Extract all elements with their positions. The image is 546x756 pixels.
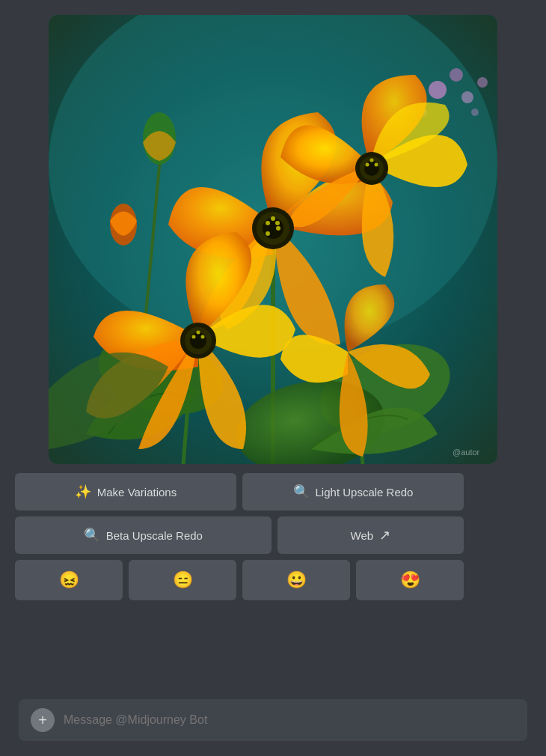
action-buttons-area: ✨ Make Variations 🔍 Light Upscale Redo 🔍… [15, 473, 464, 600]
flower-painting-svg: @autor [49, 15, 497, 464]
message-input-area: + [19, 699, 527, 741]
magnify-icon-light: 🔍 [293, 484, 310, 500]
attach-button[interactable]: + [31, 708, 55, 732]
beta-upscale-redo-label: Beta Upscale Redo [106, 529, 203, 542]
svg-point-7 [471, 109, 479, 116]
svg-text:@autor: @autor [453, 448, 480, 457]
svg-point-21 [275, 221, 280, 225]
svg-point-24 [266, 231, 270, 236]
svg-point-20 [266, 221, 270, 225]
svg-point-34 [192, 335, 196, 339]
svg-point-5 [477, 77, 488, 88]
grinning-emoji: 😀 [286, 570, 307, 590]
emoji-heart-eyes-button[interactable]: 😍 [356, 560, 464, 600]
emoji-reactions-row: 😖 😑 😀 😍 [15, 560, 464, 600]
external-link-icon: ↗ [379, 527, 390, 543]
emoji-expressionless-button[interactable]: 😑 [129, 560, 236, 600]
svg-point-23 [276, 226, 280, 231]
light-upscale-redo-label: Light Upscale Redo [316, 486, 414, 499]
heart-eyes-emoji: 😍 [400, 570, 420, 590]
svg-point-28 [366, 163, 369, 167]
wand-icon: ✨ [75, 484, 91, 500]
magnify-icon-beta: 🔍 [84, 527, 100, 543]
expressionless-emoji: 😑 [173, 570, 193, 590]
svg-point-33 [190, 332, 206, 349]
svg-point-30 [370, 159, 374, 162]
generated-image: @autor [49, 15, 497, 464]
svg-point-4 [461, 91, 473, 103]
make-variations-label: Make Variations [97, 486, 177, 499]
web-label: Web [351, 529, 374, 542]
svg-point-3 [450, 68, 463, 82]
confounded-emoji: 😖 [59, 570, 79, 590]
svg-point-29 [375, 163, 378, 167]
emoji-grinning-button[interactable]: 😀 [242, 560, 350, 600]
make-variations-button[interactable]: ✨ Make Variations [15, 473, 236, 510]
svg-point-22 [271, 216, 275, 221]
svg-point-35 [201, 335, 205, 339]
svg-point-36 [197, 331, 200, 335]
message-input[interactable] [64, 713, 515, 727]
light-upscale-redo-button[interactable]: 🔍 Light Upscale Redo [242, 473, 464, 510]
plus-icon: + [38, 712, 47, 729]
button-row-2: 🔍 Beta Upscale Redo Web ↗ [15, 516, 464, 554]
button-row-1: ✨ Make Variations 🔍 Light Upscale Redo [15, 473, 464, 510]
beta-upscale-redo-button[interactable]: 🔍 Beta Upscale Redo [15, 516, 272, 554]
web-button[interactable]: Web ↗ [277, 516, 464, 554]
svg-point-2 [429, 81, 447, 99]
emoji-confounded-button[interactable]: 😖 [15, 560, 123, 600]
